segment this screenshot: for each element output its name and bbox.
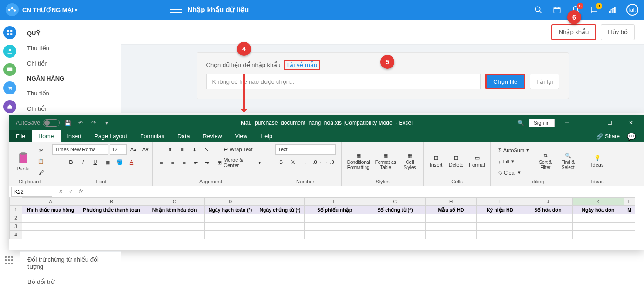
cell[interactable]: Ngày chứng từ (*) bbox=[256, 206, 305, 214]
percent-icon[interactable]: % bbox=[288, 157, 298, 167]
cancel-button[interactable]: Hủy bỏ bbox=[601, 24, 635, 40]
cell[interactable] bbox=[477, 223, 523, 231]
avatar[interactable]: fal. bbox=[626, 4, 638, 16]
font-name-select[interactable]: Times New Roma bbox=[52, 144, 108, 155]
minimize-icon[interactable]: — bbox=[579, 115, 597, 130]
tab-file[interactable]: File bbox=[9, 130, 32, 142]
tab-view[interactable]: View bbox=[228, 130, 254, 142]
cell[interactable] bbox=[573, 223, 624, 231]
cell[interactable] bbox=[477, 214, 523, 223]
orientation-icon[interactable]: ⤡ bbox=[201, 145, 211, 154]
cell[interactable] bbox=[22, 231, 79, 239]
rail-item-home[interactable] bbox=[3, 100, 16, 113]
apps-grid-icon[interactable] bbox=[5, 256, 15, 266]
row-header[interactable]: 3 bbox=[9, 223, 22, 231]
rail-item-cart[interactable] bbox=[3, 81, 16, 94]
cut-icon[interactable]: ✂ bbox=[36, 146, 46, 155]
format-cells-button[interactable]: ▭Format bbox=[468, 147, 487, 176]
col-header[interactable]: D bbox=[205, 197, 256, 206]
row-header[interactable]: 4 bbox=[9, 231, 22, 239]
tab-insert[interactable]: Insert bbox=[61, 130, 88, 142]
qat-more-icon[interactable]: ▾ bbox=[102, 118, 112, 128]
border-icon[interactable]: ▦ bbox=[102, 157, 113, 167]
format-as-table-button[interactable]: ▦Format as Table bbox=[374, 147, 397, 176]
rail-item-users[interactable] bbox=[3, 45, 16, 58]
col-header[interactable]: K bbox=[573, 197, 624, 206]
align-top-icon[interactable]: ⬆ bbox=[165, 145, 175, 154]
cell[interactable] bbox=[426, 223, 477, 231]
fx-icon[interactable]: fx bbox=[76, 189, 86, 195]
file-input[interactable]: Không có file nào được chọn... bbox=[206, 74, 481, 89]
col-header[interactable]: B bbox=[79, 197, 144, 206]
sidebar-item[interactable]: Thu tiền bbox=[20, 40, 121, 56]
conditional-formatting-button[interactable]: ▦Conditional Formatting bbox=[346, 147, 371, 176]
message-icon[interactable]: 0 bbox=[589, 5, 599, 15]
cell[interactable] bbox=[144, 214, 205, 223]
wrap-text-button[interactable]: ↩ Wrap Text bbox=[220, 144, 256, 155]
cell[interactable]: Số hóa đơn bbox=[523, 206, 573, 214]
cell[interactable] bbox=[79, 231, 144, 239]
cell[interactable] bbox=[305, 231, 365, 239]
cell[interactable] bbox=[256, 214, 305, 223]
align-middle-icon[interactable]: ≡ bbox=[177, 145, 187, 154]
cell[interactable] bbox=[624, 214, 635, 223]
cell[interactable] bbox=[573, 214, 624, 223]
clear-button[interactable]: ◇ Clear ▾ bbox=[495, 168, 533, 178]
grow-font-icon[interactable]: A▴ bbox=[129, 145, 139, 154]
close-icon[interactable]: ✕ bbox=[622, 115, 640, 130]
cancel-formula-icon[interactable]: ✕ bbox=[56, 189, 65, 195]
align-right-icon[interactable]: ≡ bbox=[179, 158, 189, 167]
merge-center-button[interactable]: ⊞ Merge & Center ▾ bbox=[214, 157, 265, 168]
indent-inc-icon[interactable]: ⇥ bbox=[203, 158, 212, 167]
cell[interactable] bbox=[365, 223, 426, 231]
cell[interactable] bbox=[624, 223, 635, 231]
tab-page-layout[interactable]: Page Layout bbox=[88, 130, 134, 142]
align-center-icon[interactable]: ≡ bbox=[168, 158, 178, 167]
redo-icon[interactable]: ↷ bbox=[88, 118, 99, 128]
paste-button[interactable]: Paste bbox=[13, 147, 33, 176]
autosum-button[interactable]: Σ AutoSum ▾ bbox=[495, 145, 533, 155]
delete-cells-button[interactable]: ⊟Delete bbox=[447, 147, 465, 176]
cell[interactable] bbox=[477, 231, 523, 239]
tab-formulas[interactable]: Formulas bbox=[134, 130, 171, 142]
cell[interactable]: Hình thức mua hàng bbox=[22, 206, 79, 214]
format-painter-icon[interactable]: 🖌 bbox=[36, 168, 46, 177]
choose-file-button[interactable]: Chọn file bbox=[485, 74, 525, 89]
org-switcher[interactable]: CN THƯƠNG MẠI ▾ bbox=[22, 7, 77, 13]
cell[interactable] bbox=[79, 223, 144, 231]
underline-icon[interactable]: U bbox=[90, 157, 101, 167]
ideas-button[interactable]: 💡Ideas bbox=[586, 147, 609, 176]
select-all-cell[interactable] bbox=[9, 197, 22, 206]
cell[interactable]: Phương thức thanh toán bbox=[79, 206, 144, 214]
cell[interactable]: M bbox=[624, 206, 635, 214]
col-header[interactable]: G bbox=[365, 197, 426, 206]
cell[interactable] bbox=[523, 231, 573, 239]
cell[interactable]: Ký hiệu HĐ bbox=[477, 206, 523, 214]
col-header[interactable]: F bbox=[305, 197, 365, 206]
col-header[interactable]: L bbox=[624, 197, 635, 206]
cell[interactable] bbox=[256, 231, 305, 239]
save-icon[interactable]: 💾 bbox=[62, 118, 73, 128]
cell[interactable]: Ngày hóa đơn bbox=[573, 206, 624, 214]
cell[interactable] bbox=[426, 214, 477, 223]
cell[interactable] bbox=[365, 231, 426, 239]
cell[interactable] bbox=[205, 223, 256, 231]
font-size-select[interactable]: 12 bbox=[110, 144, 127, 155]
tab-home[interactable]: Home bbox=[32, 130, 60, 142]
col-header[interactable]: A bbox=[22, 197, 79, 206]
cell[interactable] bbox=[22, 223, 79, 231]
cell[interactable] bbox=[523, 223, 573, 231]
indent-dec-icon[interactable]: ⇤ bbox=[191, 158, 201, 167]
accept-formula-icon[interactable]: ✓ bbox=[66, 189, 75, 195]
bold-icon[interactable]: B bbox=[66, 157, 76, 167]
tab-review[interactable]: Review bbox=[196, 130, 228, 142]
maximize-icon[interactable]: ☐ bbox=[600, 115, 619, 130]
fill-button[interactable]: ↓ Fill ▾ bbox=[495, 156, 533, 167]
excel-search-icon[interactable]: 🔍 bbox=[515, 118, 526, 128]
shrink-font-icon[interactable]: A▾ bbox=[141, 145, 151, 154]
tab-data[interactable]: Data bbox=[171, 130, 196, 142]
row-header[interactable]: 1 bbox=[9, 206, 22, 214]
cell[interactable] bbox=[305, 223, 365, 231]
currency-icon[interactable]: $ bbox=[276, 157, 286, 167]
align-left-icon[interactable]: ≡ bbox=[156, 158, 166, 167]
